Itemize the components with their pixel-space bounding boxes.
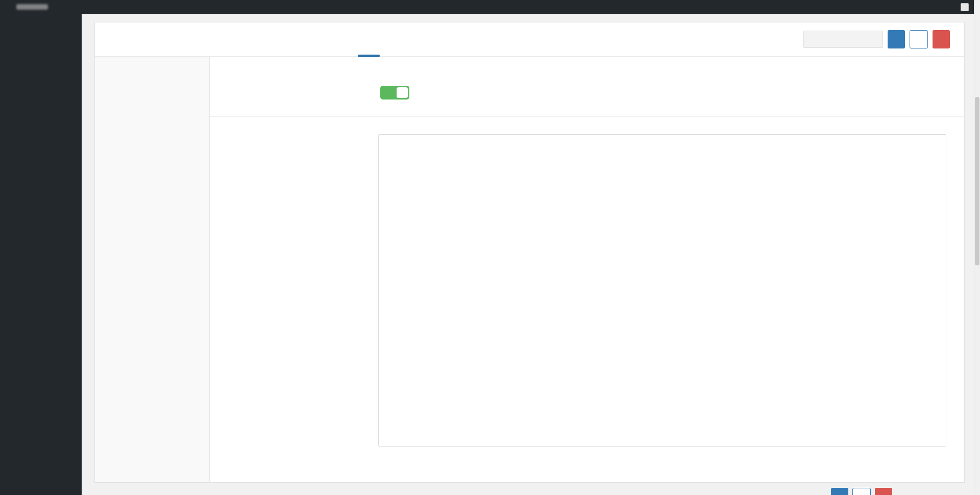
wp-admin-sidebar — [0, 14, 82, 495]
adminbar-ripro-menu[interactable] — [53, 0, 62, 14]
footer-buttons — [831, 488, 892, 495]
collapse-menu-button[interactable] — [0, 391, 82, 409]
toggle-knob — [397, 87, 408, 98]
main-area — [82, 14, 974, 495]
admin-bar — [0, 0, 974, 14]
avatar[interactable] — [961, 3, 969, 11]
wp-logo-menu[interactable] — [0, 0, 9, 14]
friend-link-settings-card — [378, 134, 946, 447]
panel-header — [95, 22, 964, 57]
search-input[interactable] — [803, 31, 883, 48]
nav-scroll-stub — [95, 57, 209, 59]
scrollbar-up-icon[interactable] — [974, 1, 980, 8]
friend-link-toggle[interactable] — [380, 86, 409, 100]
footer-reset-all-button[interactable] — [875, 488, 892, 495]
comments-menu[interactable] — [62, 0, 79, 14]
new-content-menu[interactable] — [79, 0, 90, 14]
tab-indicator — [358, 55, 380, 57]
settings-content — [210, 57, 964, 482]
settings-panel — [94, 22, 965, 483]
settings-nav — [95, 57, 210, 482]
row-divider — [210, 116, 964, 117]
footer-save-button[interactable] — [831, 488, 848, 495]
reset-all-button[interactable] — [933, 30, 950, 48]
reset-section-button[interactable] — [910, 30, 928, 48]
save-button[interactable] — [888, 30, 905, 48]
scrollbar-thumb[interactable] — [975, 97, 979, 265]
footer-reset-section-button[interactable] — [852, 488, 871, 495]
page-scrollbar[interactable] — [974, 0, 980, 495]
site-name-blurred — [16, 4, 48, 10]
site-menu[interactable] — [9, 0, 53, 14]
scrollbar-down-icon[interactable] — [974, 487, 980, 494]
